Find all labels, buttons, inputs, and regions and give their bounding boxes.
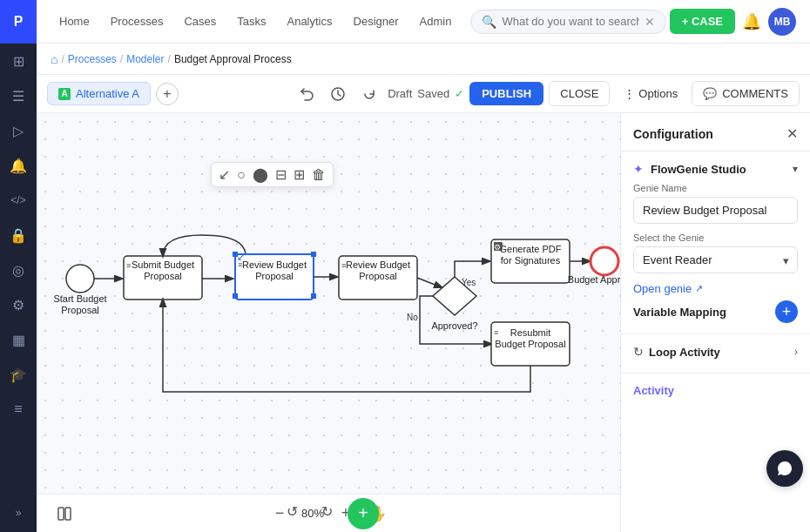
nav-processes[interactable]: Processes <box>102 10 172 33</box>
nav-analytics[interactable]: Analytics <box>278 10 341 33</box>
loop-chevron-icon: › <box>794 346 798 358</box>
variable-mapping-row: Variable Mapping + <box>633 300 798 323</box>
add-element-button[interactable]: + <box>348 498 379 529</box>
bpmn-canvas[interactable]: ↙ ○ ⬤ ⊟ ⊞ 🗑 Start Budget Proposal Submit… <box>37 113 620 532</box>
svg-text:Generate PDF: Generate PDF <box>500 244 562 254</box>
panel-close-button[interactable]: ✕ <box>786 125 798 142</box>
flow-yes <box>455 261 489 277</box>
ctx-color-icon[interactable]: ⬤ <box>253 166 268 183</box>
sidebar-item-grid[interactable]: ▦ <box>2 323 35 356</box>
loop-icon: ↻ <box>633 345 644 359</box>
start-event[interactable] <box>66 265 94 293</box>
svg-text:≡: ≡ <box>341 261 346 270</box>
chat-button[interactable] <box>766 450 803 487</box>
svg-text:Proposal: Proposal <box>144 271 181 281</box>
draft-label: Draft <box>388 87 412 100</box>
sidebar-item-code[interactable]: </> <box>2 184 35 217</box>
bell-icon[interactable]: 🔔 <box>742 12 761 31</box>
genie-name-field: Genie Name <box>633 183 798 224</box>
refresh-icon[interactable] <box>356 81 382 107</box>
breadcrumb-current: Budget Approval Process <box>174 53 292 65</box>
alternative-a-tab[interactable]: A Alternative A <box>47 82 151 105</box>
activity-section-header[interactable]: Activity <box>621 373 810 407</box>
nav-designer[interactable]: Designer <box>345 10 408 33</box>
ctx-copy-icon[interactable]: ⊟ <box>275 166 287 183</box>
sidebar-expand[interactable]: » <box>2 501 35 525</box>
options-button[interactable]: ⋮ Options <box>615 82 686 105</box>
bottom-toolbar: − 80% + ✋ ↺ ↻ + <box>37 494 620 532</box>
flowgenie-section-header[interactable]: ✦ FlowGenie Studio ▾ <box>633 162 798 176</box>
ctx-bend-icon[interactable]: ↙ <box>219 166 230 183</box>
search-bar: 🔍 ✕ <box>470 10 665 34</box>
sidebar-item-hat[interactable]: 🎓 <box>2 358 35 391</box>
options-dots-icon: ⋮ <box>624 87 635 100</box>
flowgenie-chevron-icon: ▾ <box>793 163 798 175</box>
home-breadcrumb-icon[interactable]: ⌂ <box>51 52 57 66</box>
sidebar-item-globe[interactable]: ◎ <box>2 253 35 286</box>
svg-text:Approved?: Approved? <box>431 320 477 331</box>
saved-label: Saved <box>417 87 449 100</box>
nav-cases[interactable]: Cases <box>175 10 225 33</box>
svg-text:≡: ≡ <box>494 328 498 337</box>
start-event-label2: Proposal <box>61 305 98 315</box>
select-genie-label: Select the Genie <box>633 232 798 243</box>
avatar[interactable]: MB <box>768 8 796 36</box>
close-button[interactable]: CLOSE <box>549 81 610 106</box>
svg-text:⚙: ⚙ <box>494 243 501 252</box>
end-event-label: Budget Approved <box>568 274 620 285</box>
svg-text:Yes: Yes <box>462 278 476 287</box>
nav-home[interactable]: Home <box>51 10 98 33</box>
sidebar-item-settings[interactable]: ⚙ <box>2 288 35 321</box>
panel-header: Configuration ✕ <box>621 113 810 152</box>
genie-name-label: Genie Name <box>633 183 798 193</box>
sidebar-item-list[interactable]: ≡ <box>2 393 35 426</box>
breadcrumb-modeler[interactable]: Modeler <box>126 53 164 65</box>
svg-text:Review Budget: Review Budget <box>242 259 307 270</box>
context-toolbar: ↙ ○ ⬤ ⊟ ⊞ 🗑 <box>211 162 334 187</box>
comments-button[interactable]: 💬 COMMENTS <box>692 81 800 106</box>
panel-toggle-button[interactable] <box>51 500 78 528</box>
redo-icon[interactable] <box>325 81 351 107</box>
loop-activity-row[interactable]: ↻ Loop Activity › <box>621 334 810 369</box>
publish-button[interactable]: PUBLISH <box>469 82 543 105</box>
nav-tasks[interactable]: Tasks <box>228 10 274 33</box>
sidebar-item-lock[interactable]: 🔒 <box>2 219 35 252</box>
open-genie-link[interactable]: Open genie ↗ <box>633 282 798 295</box>
nav-actions: + CASE 🔔 MB <box>670 8 796 36</box>
svg-text:↙: ↙ <box>237 252 245 262</box>
ctx-delete-icon[interactable]: 🗑 <box>312 167 326 183</box>
sidebar: P ⊞ ☰ ▷ 🔔 </> 🔒 ◎ ⚙ ▦ 🎓 ≡ » <box>0 0 37 532</box>
svg-rect-25 <box>58 508 64 520</box>
search-input[interactable] <box>502 15 638 28</box>
end-event[interactable] <box>591 247 618 275</box>
case-button[interactable]: + CASE <box>670 9 735 34</box>
svg-text:Resubmit: Resubmit <box>510 327 550 338</box>
sidebar-item-pages[interactable]: ☰ <box>2 79 35 112</box>
sidebar-item-home[interactable]: ⊞ <box>2 44 35 77</box>
flow-resubmit-loop <box>163 300 530 392</box>
breadcrumb-processes[interactable]: Processes <box>68 53 117 65</box>
tab-label: Alternative A <box>76 87 139 100</box>
svg-rect-10 <box>311 293 316 299</box>
sidebar-item-play[interactable]: ▷ <box>2 114 35 147</box>
select-genie-field: Select the Genie Event Reader Task Reade… <box>633 232 798 273</box>
nav-admin[interactable]: Admin <box>411 10 461 33</box>
ctx-duplicate-icon[interactable]: ⊞ <box>294 166 305 183</box>
svg-text:≡: ≡ <box>126 261 131 270</box>
process-toolbar: A Alternative A + Draft Saved ✓ PUBLISH … <box>37 75 810 113</box>
search-clear-icon[interactable]: ✕ <box>645 15 655 29</box>
svg-rect-26 <box>65 508 71 520</box>
add-tab-button[interactable]: + <box>156 83 179 105</box>
undo-icon[interactable] <box>294 81 320 107</box>
flowgenie-section: ✦ FlowGenie Studio ▾ Genie Name Select t… <box>621 152 810 334</box>
redo-bottom-button[interactable]: ↻ <box>313 498 341 526</box>
undo-bottom-button[interactable]: ↺ <box>278 498 306 526</box>
genie-name-input[interactable] <box>633 197 798 224</box>
panel-title: Configuration <box>633 127 713 141</box>
genie-select[interactable]: Event Reader Task Reader Process Reader <box>633 246 798 273</box>
app-logo[interactable]: P <box>0 0 37 44</box>
ctx-circle-icon[interactable]: ○ <box>237 167 246 183</box>
sidebar-item-bell[interactable]: 🔔 <box>2 149 35 182</box>
add-variable-button[interactable]: + <box>775 300 798 323</box>
bottom-center-actions: ↺ ↻ + <box>278 498 379 529</box>
